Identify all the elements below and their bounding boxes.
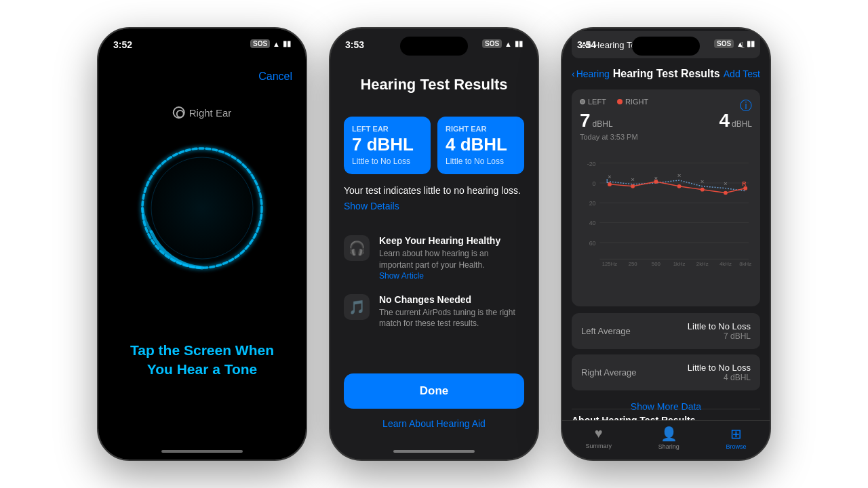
svg-point-33 (724, 191, 728, 195)
svg-point-0 (134, 140, 270, 276)
left-num: 7 (580, 110, 591, 131)
wifi-icon-3: ▲ (736, 40, 744, 48)
svg-text:0: 0 (593, 180, 596, 187)
svg-point-29 (631, 184, 635, 188)
svg-text:×: × (677, 171, 682, 179)
hearing-circle (131, 137, 273, 279)
heart-icon: ♥ (595, 426, 603, 441)
dynamic-island-3 (632, 37, 700, 56)
battery-icon-3: ▮▮ (747, 39, 755, 48)
svg-text:20: 20 (589, 200, 596, 207)
svg-text:125Hz: 125Hz (602, 261, 618, 267)
article-desc: Learn about how hearing is an important … (379, 248, 524, 271)
status-right-1: SOS ▲ ▮▮ (250, 39, 291, 48)
left-ear-card: LEFT EAR 7 dBHL Little to No Loss (344, 117, 431, 174)
chart-date: Today at 3:53 PM (580, 133, 752, 141)
right-num: 4 (719, 110, 730, 131)
back-button[interactable]: ‹ Hearing (572, 68, 610, 79)
learn-hearing-link[interactable]: Learn About Hearing Aid (382, 418, 486, 429)
done-button[interactable]: Done (344, 373, 524, 409)
no-changes-icon: 🎵 (344, 294, 370, 320)
info-button[interactable]: ⓘ (740, 98, 752, 114)
right-avg-number: 4 dBHL (688, 373, 751, 382)
add-test-button[interactable]: Add Test (724, 68, 760, 79)
right-avg-values: Little to No Loss 4 dBHL (688, 363, 751, 382)
wifi-icon-2: ▲ (505, 40, 512, 48)
battery-icon-2: ▮▮ (515, 39, 523, 48)
show-details-link[interactable]: Show Details (344, 201, 524, 211)
right-ear-card: RIGHT EAR 4 dBHL Little to No Loss (437, 117, 524, 174)
chart-legend: LEFT RIGHT (580, 98, 752, 106)
svg-text:8kHz: 8kHz (739, 261, 751, 267)
tab-sharing[interactable]: 👤 Sharing (658, 426, 679, 450)
left-avg-label: Left Average (581, 326, 631, 336)
chart-values: 7 dBHL 4 dBHL (580, 110, 752, 131)
left-ear-desc: Little to No Loss (352, 157, 422, 166)
svg-point-31 (677, 184, 682, 188)
nav-title: Hearing Test Results (613, 68, 720, 80)
svg-text:1kHz: 1kHz (673, 261, 686, 267)
left-average-row: Left Average Little to No Loss 7 dBHL (572, 313, 760, 349)
left-ear-value: 7 dBHL (352, 134, 422, 155)
svg-text:×: × (701, 178, 705, 185)
ear-results-cards: LEFT EAR 7 dBHL Little to No Loss RIGHT … (344, 117, 524, 174)
article-title: Keep Your Hearing Healthy (379, 235, 524, 246)
right-unit: dBHL (732, 119, 752, 129)
dynamic-island-1 (168, 37, 236, 56)
left-ear-label: LEFT EAR (352, 125, 422, 133)
cancel-button[interactable]: Cancel (258, 70, 292, 83)
back-label: Hearing (576, 68, 610, 79)
status-time-2: 3:53 (345, 39, 364, 50)
tab-sharing-label: Sharing (658, 443, 679, 450)
no-changes-desc: The current AirPods tuning is the right … (379, 307, 524, 330)
tap-instruction: Tap the Screen When You Hear a Tone (121, 341, 283, 378)
left-dot (580, 99, 585, 104)
tab-summary[interactable]: ♥ Summary (585, 426, 612, 449)
right-avg-label: Right Average (581, 367, 636, 378)
phone-2: 3:53 SOS ▲ ▮▮ Hearing Test Results LEFT … (329, 27, 539, 461)
svg-text:2kHz: 2kHz (696, 261, 709, 267)
status-time-1: 3:52 (113, 39, 132, 50)
svg-text:40: 40 (589, 220, 596, 226)
tab-summary-label: Summary (585, 443, 612, 449)
svg-text:60: 60 (589, 240, 596, 247)
phone-1: 3:52 SOS ▲ ▮▮ Cancel Right Ear (97, 27, 307, 461)
tab-bar: ♥ Summary 👤 Sharing ⊞ Browse (562, 420, 770, 460)
right-ear-value: 4 dBHL (446, 134, 516, 155)
article-item: 🎧 Keep Your Hearing Healthy Learn about … (344, 235, 524, 281)
svg-text:×: × (724, 180, 728, 187)
status-right-3: SOS ▲ ▮▮ (714, 39, 755, 48)
tab-browse-label: Browse (726, 443, 747, 450)
svg-point-30 (654, 180, 658, 184)
legend-right-label: RIGHT (625, 98, 648, 106)
svg-text:250: 250 (629, 261, 638, 267)
sos-badge-1: SOS (250, 39, 270, 48)
no-changes-title: No Changes Needed (379, 294, 524, 305)
legend-left-label: LEFT (588, 98, 606, 106)
home-indicator-2 (393, 450, 475, 453)
no-changes-item: 🎵 No Changes Needed The current AirPods … (344, 294, 524, 330)
phone-3: 3:54 SOS ▲ ▮▮ ‹ Hearing Hearing Test Res… (561, 27, 771, 461)
svg-text:4kHz: 4kHz (719, 261, 732, 267)
ear-icon (173, 106, 185, 119)
right-ear-label-2: RIGHT EAR (446, 125, 516, 133)
svg-text:-20: -20 (587, 161, 596, 167)
svg-point-28 (608, 182, 612, 186)
results-items: 🎧 Keep Your Hearing Healthy Learn about … (344, 235, 524, 343)
tab-browse[interactable]: ⊞ Browse (726, 426, 747, 450)
dynamic-island-2 (400, 37, 468, 56)
svg-text:500: 500 (652, 261, 661, 267)
home-indicator-1 (161, 450, 243, 453)
left-avg-values: Little to No Loss 7 dBHL (688, 321, 751, 341)
article-icon: 🎧 (344, 235, 370, 261)
right-ear-desc: Little to No Loss (446, 157, 516, 166)
right-dot (617, 99, 623, 104)
results-title: Hearing Test Results (346, 76, 522, 94)
svg-text:R: R (742, 180, 747, 187)
right-ear-label: Right Ear (173, 106, 232, 119)
status-right-2: SOS ▲ ▮▮ (482, 39, 523, 48)
chevron-left-icon: ‹ (572, 68, 575, 79)
sos-badge-3: SOS (714, 39, 734, 48)
sos-badge-2: SOS (482, 39, 502, 48)
show-article-link[interactable]: Show Article (379, 271, 524, 281)
